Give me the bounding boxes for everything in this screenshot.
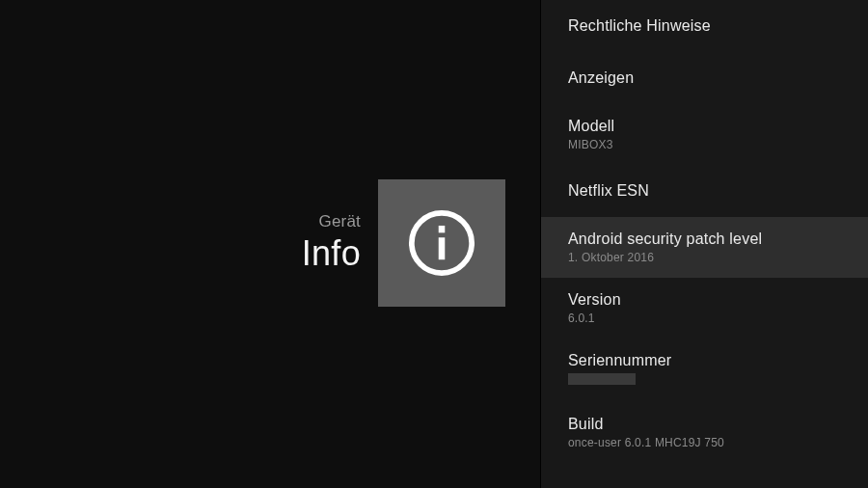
category-label: Gerät [318, 212, 361, 231]
left-pane: Gerät Info [0, 0, 540, 488]
list-item-title: Seriennummer [568, 352, 841, 369]
list-item[interactable]: Android security patch level1. Oktober 2… [541, 217, 868, 278]
list-item-title: Android security patch level [568, 230, 841, 248]
svg-rect-1 [439, 226, 446, 232]
page-title: Info [302, 233, 361, 274]
info-icon-tile [378, 179, 505, 307]
svg-rect-2 [439, 237, 446, 259]
list-item-sub: MIBOX3 [568, 138, 841, 151]
settings-list: Rechtliche HinweiseAnzeigenModellMIBOX3N… [541, 0, 868, 463]
list-item-title: Rechtliche Hinweise [568, 14, 841, 39]
list-item-sub-redacted [568, 373, 636, 385]
settings-info-screen: Gerät Info Rechtliche HinweiseAnzeigenMo… [0, 0, 868, 488]
list-item[interactable]: Rechtliche Hinweise [541, 0, 868, 52]
left-header: Gerät Info [0, 179, 540, 307]
left-text-block: Gerät Info [302, 212, 361, 274]
list-item[interactable]: Anzeigen [541, 52, 868, 104]
list-item[interactable]: ModellMIBOX3 [541, 104, 868, 165]
list-item[interactable]: Seriennummer [541, 339, 868, 402]
list-item[interactable]: Version6.0.1 [541, 278, 868, 339]
list-item-sub: once-user 6.0.1 MHC19J 750 [568, 436, 841, 449]
info-icon [402, 203, 481, 283]
list-item[interactable]: Buildonce-user 6.0.1 MHC19J 750 [541, 402, 868, 463]
list-item[interactable]: Netflix ESN [541, 165, 868, 217]
list-item-title: Version [568, 291, 841, 309]
list-item-title: Build [568, 416, 841, 433]
list-item-title: Netflix ESN [568, 178, 841, 203]
list-item-sub: 6.0.1 [568, 312, 841, 325]
list-item-title: Anzeigen [568, 66, 841, 91]
list-item-sub: 1. Oktober 2016 [568, 251, 841, 264]
settings-list-pane[interactable]: Rechtliche HinweiseAnzeigenModellMIBOX3N… [540, 0, 868, 488]
list-item-title: Modell [568, 118, 841, 135]
